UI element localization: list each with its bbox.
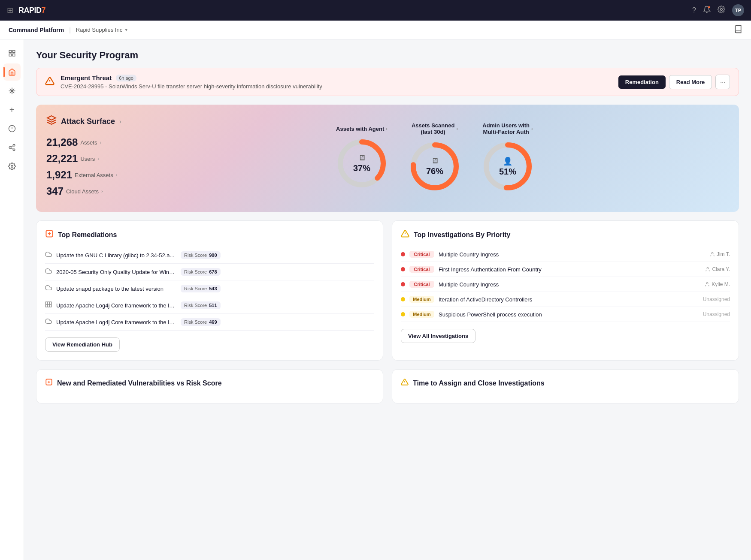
- investigation-user-2: Clara Y.: [705, 266, 730, 272]
- investigations-card: Top Investigations By Priority Critical …: [392, 220, 739, 361]
- svg-rect-2: [9, 50, 11, 52]
- nav-right: ? TP: [692, 4, 744, 16]
- chart3-link-icon: ›: [531, 126, 533, 131]
- attack-surface-link-icon[interactable]: ›: [119, 118, 121, 125]
- remediation-text-1: Update the GNU C Library (glibc) to 2.34…: [56, 252, 176, 259]
- investigation-user-4: Unassigned: [703, 296, 730, 302]
- severity-dot-1: [401, 252, 405, 256]
- remediation-item-2[interactable]: 2020-05 Security Only Quality Update for…: [45, 264, 374, 280]
- inv-time-icon-partial: [401, 378, 409, 388]
- cloud-assets-stat[interactable]: 347 Cloud Assets ›: [46, 185, 132, 197]
- chevron-down-icon: ▼: [124, 27, 128, 32]
- page-title: Your Security Program: [36, 50, 739, 61]
- remediation-item-1[interactable]: Update the GNU C Library (glibc) to 2.34…: [45, 247, 374, 264]
- inv-time-title-partial: Time to Assign and Close Investigations: [413, 379, 545, 387]
- notifications-icon[interactable]: [703, 6, 711, 15]
- risk-badge-2: Risk Score 678: [181, 268, 221, 276]
- vuln-title-partial: New and Remediated Vulnerabilities vs Ri…: [57, 379, 222, 387]
- svg-point-36: [712, 253, 713, 254]
- svg-point-14: [9, 147, 11, 149]
- sidebar-item-home[interactable]: [3, 63, 21, 81]
- chart-label-3: Admin Users withMulti-Factor Auth ›: [482, 122, 533, 135]
- investigation-title-3: Multiple Country Ingress: [439, 281, 700, 288]
- chart-label-1: Assets with Agent ›: [336, 126, 388, 132]
- remediation-item-5[interactable]: Update Apache Log4j Core framework to th…: [45, 314, 374, 331]
- investigation-item-5[interactable]: Medium Suspicious PowerShell process exe…: [401, 307, 730, 322]
- sidebar-item-snowflake[interactable]: [3, 82, 21, 99]
- org-selector[interactable]: Rapid Supplies Inc ▼: [76, 27, 128, 33]
- settings-icon[interactable]: [718, 6, 725, 15]
- external-assets-label: External Assets: [75, 172, 113, 178]
- logo-text: RAPID7: [18, 6, 45, 15]
- sidebar-item-nodes[interactable]: [3, 139, 21, 156]
- view-remediation-hub-button[interactable]: View Remediation Hub: [45, 337, 120, 352]
- chart-label-2: Assets Scanned(last 30d) ›: [412, 122, 458, 135]
- svg-point-15: [13, 149, 15, 151]
- investigation-item-2[interactable]: Critical First Ingress Authentication Fr…: [401, 262, 730, 277]
- assets-with-agent-chart[interactable]: Assets with Agent › 🖥 37%: [334, 126, 390, 191]
- vulnerabilities-card-partial: New and Remediated Vulnerabilities vs Ri…: [36, 369, 383, 403]
- severity-dot-3: [401, 282, 405, 286]
- investigations-icon: [401, 229, 409, 240]
- attack-surface-stats: Attack Surface › 21,268 Assets › 22,221 …: [46, 115, 132, 202]
- more-options-button[interactable]: ···: [715, 75, 730, 89]
- investigation-item-4[interactable]: Medium Iteration of ActiveDirectory Cont…: [401, 292, 730, 307]
- svg-point-18: [11, 166, 13, 168]
- investigation-title-4: Iteration of ActiveDirectory Controllers: [439, 296, 699, 303]
- investigation-title-5: Suspicious PowerShell process execution: [439, 311, 699, 318]
- cloud-icon-3: [45, 284, 52, 293]
- donut-center-2: 🖥 76%: [426, 157, 443, 176]
- risk-badge-3: Risk Score 543: [181, 285, 221, 292]
- svg-rect-5: [12, 54, 15, 56]
- remediation-text-3: Update snapd package to the latest versi…: [56, 286, 176, 292]
- external-assets-stat[interactable]: 1,921 External Assets ›: [46, 169, 132, 181]
- remediation-item-3[interactable]: Update snapd package to the latest versi…: [45, 280, 374, 297]
- remediation-text-5: Update Apache Log4j Core framework to th…: [56, 319, 176, 325]
- cloud-icon-5: [45, 318, 52, 326]
- sidebar-item-grid[interactable]: [3, 45, 21, 62]
- breadcrumb: Command Platform | Rapid Supplies Inc ▼: [9, 27, 128, 33]
- grid-menu-icon[interactable]: ⊞: [7, 6, 13, 15]
- main-content: Your Security Program Emergent Threat 6h…: [24, 39, 751, 560]
- attack-surface-header: Attack Surface ›: [46, 115, 132, 128]
- remediation-button[interactable]: Remediation: [618, 75, 666, 89]
- assets-stat[interactable]: 21,268 Assets ›: [46, 136, 132, 148]
- admin-mfa-chart[interactable]: Admin Users withMulti-Factor Auth › 👤 51…: [480, 122, 536, 194]
- read-more-button[interactable]: Read More: [669, 75, 712, 89]
- logo: RAPID7: [18, 6, 45, 15]
- bottom-cards-row: Top Remediations Update the GNU C Librar…: [36, 220, 739, 361]
- remediation-text-4: Update Apache Log4j Core framework to th…: [56, 302, 176, 309]
- sidebar-item-settings[interactable]: [3, 158, 21, 175]
- donut-center-3: 👤 51%: [499, 157, 516, 177]
- investigations-header: Top Investigations By Priority: [401, 229, 730, 240]
- sub-nav: Command Platform | Rapid Supplies Inc ▼: [0, 21, 751, 39]
- svg-rect-3: [12, 50, 15, 52]
- attack-surface-title: Attack Surface: [61, 117, 115, 126]
- assets-scanned-chart[interactable]: Assets Scanned(last 30d) › 🖥 76%: [407, 122, 463, 194]
- logo-accent: 7: [42, 6, 46, 15]
- help-icon[interactable]: ?: [692, 6, 696, 14]
- donut-pct-2: 76%: [426, 166, 443, 176]
- alert-title: Emergent Threat: [61, 74, 112, 81]
- remediation-text-2: 2020-05 Security Only Quality Update for…: [56, 269, 176, 275]
- users-stat[interactable]: 22,221 Users ›: [46, 153, 132, 165]
- sidebar-item-alert[interactable]: [3, 120, 21, 137]
- external-assets-count: 1,921: [46, 169, 72, 181]
- view-all-investigations-button[interactable]: View All Investigations: [401, 329, 475, 343]
- severity-badge-2: Critical: [409, 266, 434, 273]
- svg-line-16: [11, 148, 13, 149]
- severity-dot-2: [401, 267, 405, 271]
- investigation-item-3[interactable]: Critical Multiple Country Ingress Kylie …: [401, 277, 730, 292]
- remediations-title: Top Remediations: [58, 231, 117, 239]
- sidebar: +: [0, 39, 24, 560]
- investigation-user-5: Unassigned: [703, 311, 730, 317]
- sidebar-item-add[interactable]: +: [3, 101, 21, 118]
- remediation-item-4[interactable]: Update Apache Log4j Core framework to th…: [45, 297, 374, 314]
- investigation-item-1[interactable]: Critical Multiple Country Ingress Jim T.: [401, 247, 730, 262]
- severity-badge-1: Critical: [409, 251, 434, 258]
- monitor-icon-1: 🖥: [353, 154, 370, 163]
- alert-header: Emergent Threat 6h ago: [61, 74, 612, 81]
- user-avatar[interactable]: TP: [732, 4, 744, 16]
- alert-actions: Remediation Read More ···: [618, 75, 730, 89]
- book-icon[interactable]: [734, 25, 742, 35]
